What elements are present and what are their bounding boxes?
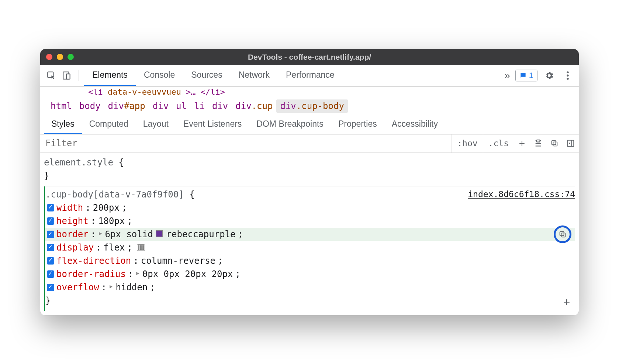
hov-toggle[interactable]: :hov (452, 134, 483, 153)
kebab-menu-icon[interactable] (561, 69, 574, 82)
more-tabs-button[interactable]: » (504, 70, 510, 81)
copy-styles-icon[interactable] (546, 134, 563, 153)
css-value: 200px (93, 201, 120, 214)
expand-shorthand-icon[interactable]: ▶ (136, 269, 139, 277)
main-toolbar: ElementsConsoleSourcesNetworkPerformance… (40, 65, 579, 87)
breadcrumb-item[interactable]: div (208, 99, 232, 113)
svg-point-4 (567, 74, 568, 76)
issues-count: 1 (529, 71, 533, 80)
modified-indicator (44, 186, 45, 311)
css-declaration[interactable]: overflow: ▶ hidden; (44, 281, 575, 294)
svg-rect-8 (552, 141, 556, 145)
tab-network[interactable]: Network (231, 65, 278, 86)
subtab-dom-breakpoints[interactable]: DOM Breakpoints (249, 115, 331, 134)
add-declaration-button[interactable]: + (563, 294, 570, 310)
css-declaration[interactable]: width: 200px; (44, 201, 575, 214)
panel-tabs: ElementsConsoleSourcesNetworkPerformance (84, 65, 343, 86)
styles-filter-bar: :hov .cls + (40, 134, 579, 153)
breadcrumb-item[interactable]: div (149, 99, 172, 113)
subtab-accessibility[interactable]: Accessibility (384, 115, 445, 134)
styles-format-icon[interactable] (530, 134, 546, 153)
subtab-event-listeners[interactable]: Event Listeners (176, 115, 249, 134)
css-value: hidden (115, 281, 148, 294)
svg-rect-12 (560, 231, 564, 235)
tab-performance[interactable]: Performance (278, 65, 343, 86)
css-property: border (56, 228, 89, 241)
css-value: 180px (98, 214, 125, 228)
css-value: flex (104, 241, 125, 254)
styles-filter-input[interactable] (40, 138, 452, 148)
css-property: border-radius (56, 267, 126, 281)
separator (79, 70, 79, 81)
css-property: display (56, 241, 94, 254)
breadcrumb-item[interactable]: div#app (104, 99, 149, 113)
css-declaration[interactable]: display: flex; (44, 241, 575, 254)
declaration-toggle[interactable] (47, 231, 54, 238)
breadcrumb-item[interactable]: div.cup-body (276, 99, 347, 113)
css-declaration[interactable]: border-radius: ▶ 0px 0px 20px 20px; (44, 267, 575, 281)
svg-point-3 (567, 71, 568, 73)
declaration-toggle[interactable] (47, 284, 54, 291)
tab-sources[interactable]: Sources (183, 65, 230, 86)
style-rule-element[interactable]: element.style { } (44, 154, 575, 186)
declaration-toggle[interactable] (47, 217, 54, 225)
rule-selector: .cup-body[data-v-7a0f9f00] (45, 189, 184, 200)
tab-elements[interactable]: Elements (84, 65, 136, 86)
css-declaration[interactable]: height: 180px; (44, 214, 575, 228)
css-property: overflow (56, 281, 99, 294)
breadcrumb-item[interactable]: div.cup (232, 99, 276, 113)
toggle-computed-sidebar-icon[interactable] (563, 134, 579, 153)
declaration-toggle[interactable] (47, 244, 54, 251)
styles-subtabs: StylesComputedLayoutEvent ListenersDOM B… (40, 115, 579, 134)
breadcrumb: htmlbodydiv#appdivullidivdiv.cupdiv.cup-… (40, 97, 579, 115)
titlebar: DevTools - coffee-cart.netlify.app/ (40, 49, 579, 65)
svg-rect-9 (568, 140, 574, 147)
flexbox-editor-icon[interactable] (137, 244, 145, 251)
window-title: DevTools - coffee-cart.netlify.app/ (40, 53, 579, 62)
svg-point-5 (567, 78, 568, 80)
settings-icon[interactable] (543, 69, 556, 82)
styles-pane: element.style { } index.8d6c6f18.css:74 … (40, 153, 579, 315)
rule-selector: element.style (44, 157, 113, 168)
css-value: column-reverse (141, 254, 215, 267)
breadcrumb-item[interactable]: html (47, 99, 76, 113)
cls-toggle[interactable]: .cls (483, 134, 514, 153)
svg-rect-2 (66, 74, 70, 79)
css-value: 0px 0px 20px 20px (142, 267, 233, 281)
svg-rect-6 (536, 140, 540, 142)
new-style-rule-button[interactable]: + (514, 134, 530, 153)
expand-shorthand-icon[interactable]: ▶ (99, 230, 102, 237)
subtab-properties[interactable]: Properties (331, 115, 384, 134)
css-declaration[interactable]: border: ▶ 6px solid rebeccapurple; (44, 228, 575, 241)
css-property: width (56, 201, 83, 214)
declaration-toggle[interactable] (47, 257, 54, 265)
css-value: 6px solid (105, 228, 153, 241)
color-swatch[interactable] (156, 230, 163, 237)
device-toolbar-icon[interactable] (60, 69, 73, 82)
source-link[interactable]: index.8d6c6f18.css:74 (468, 188, 575, 201)
style-rule-cup-body[interactable]: index.8d6c6f18.css:74 .cup-body[data-v-7… (44, 186, 575, 311)
breadcrumb-item[interactable]: ul (172, 99, 190, 113)
declaration-toggle[interactable] (47, 204, 54, 211)
tab-console[interactable]: Console (136, 65, 183, 86)
expand-shorthand-icon[interactable]: ▶ (110, 283, 113, 290)
copy-declaration-button[interactable] (554, 225, 571, 243)
css-property: flex-direction (56, 254, 131, 267)
breadcrumb-item[interactable]: li (190, 99, 208, 113)
subtab-styles[interactable]: Styles (44, 115, 82, 134)
declaration-toggle[interactable] (47, 270, 54, 278)
svg-rect-11 (561, 233, 565, 237)
breadcrumb-item[interactable]: body (76, 99, 104, 113)
css-property: height (56, 214, 89, 228)
css-declaration[interactable]: flex-direction: column-reverse; (44, 254, 575, 267)
issues-chip[interactable]: 1 (515, 70, 537, 81)
svg-rect-7 (553, 142, 557, 146)
subtab-layout[interactable]: Layout (136, 115, 176, 134)
subtab-computed[interactable]: Computed (82, 115, 136, 134)
dom-tree-row[interactable]: <li data-v-eeuvvueu >… </li> (40, 87, 579, 97)
inspect-element-icon[interactable] (45, 69, 58, 82)
devtools-window: DevTools - coffee-cart.netlify.app/ Elem… (40, 49, 579, 315)
